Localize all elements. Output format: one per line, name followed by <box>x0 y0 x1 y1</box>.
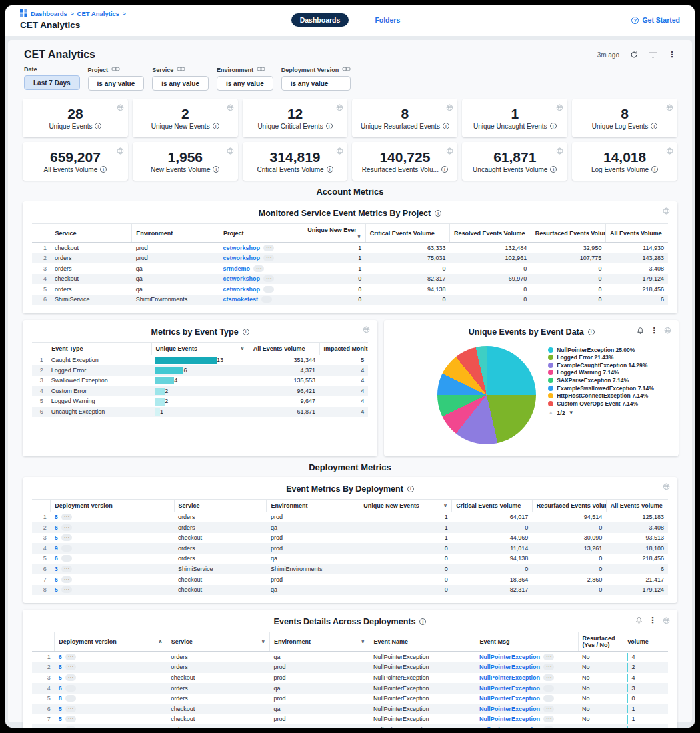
cell-link[interactable]: 5 <box>55 586 58 593</box>
globe-icon[interactable] <box>336 145 343 157</box>
page-down-icon[interactable]: ▼ <box>569 410 574 416</box>
more-dots-icon[interactable]: ⋯ <box>543 654 554 660</box>
cell-link[interactable]: 8 <box>59 695 62 702</box>
globe-icon[interactable] <box>664 327 671 334</box>
cell-link[interactable]: cetworkshop <box>223 255 261 261</box>
refresh-icon[interactable] <box>630 51 638 59</box>
more-dots-icon[interactable]: ⋯ <box>543 726 554 728</box>
filter-icon[interactable] <box>649 51 657 59</box>
cell-link[interactable]: 6 <box>59 654 62 660</box>
pie-chart[interactable] <box>437 346 536 444</box>
info-icon[interactable]: i <box>419 618 426 625</box>
info-icon[interactable]: i <box>213 123 219 129</box>
cell-link[interactable]: 3 <box>55 566 58 572</box>
cell-link[interactable]: srmdemo <box>223 265 251 272</box>
more-dots-icon[interactable]: ⋯ <box>543 706 554 712</box>
globe-icon[interactable] <box>446 145 453 157</box>
more-dots-icon[interactable]: ⋯ <box>65 664 76 670</box>
tab-folders[interactable]: Folders <box>366 13 409 27</box>
cell-link[interactable]: 9 <box>55 545 58 552</box>
info-icon[interactable]: i <box>327 166 333 173</box>
breadcrumb-link[interactable]: CET Analytics <box>77 10 120 17</box>
more-dots-icon[interactable]: ⋯ <box>543 674 554 681</box>
more-dots-icon[interactable]: ⋯ <box>543 716 554 722</box>
cell-link[interactable]: 5 <box>55 534 58 541</box>
filter-value-chip[interactable]: is any value <box>152 76 209 91</box>
cell-link[interactable]: cetworkshop <box>223 275 261 282</box>
info-icon[interactable]: i <box>243 329 249 335</box>
column-header-environment[interactable]: Environment∨ <box>270 632 369 652</box>
legend-item[interactable]: ExampleCaughtException 14.29% <box>548 362 667 369</box>
legend-item[interactable]: HttpHostConnectException 7.14% <box>548 392 667 400</box>
info-icon[interactable]: i <box>95 123 101 129</box>
cell-link[interactable]: NullPointerException <box>479 674 540 681</box>
cell-link[interactable]: NullPointerException <box>479 706 540 712</box>
more-dots-icon[interactable]: ⋯ <box>65 685 76 692</box>
column-header-deployment-version[interactable]: Deployment Version∧ <box>55 632 167 652</box>
info-icon[interactable]: i <box>435 210 441 217</box>
more-dots-icon[interactable]: ⋯ <box>65 716 76 722</box>
globe-icon[interactable] <box>556 145 563 157</box>
cell-link[interactable]: NullPointerException <box>479 685 540 692</box>
cell-link[interactable]: NullPointerException <box>479 654 540 660</box>
kebab-icon[interactable]: ⋮ <box>649 616 657 625</box>
cell-link[interactable]: 5 <box>59 716 62 722</box>
info-icon[interactable]: i <box>651 166 658 173</box>
more-dots-icon[interactable]: ⋯ <box>263 286 274 293</box>
more-dots-icon[interactable]: ⋯ <box>61 576 72 583</box>
cell-link[interactable]: 5 <box>59 674 62 681</box>
cell-link[interactable]: 5 <box>59 706 62 712</box>
info-icon[interactable]: i <box>550 166 557 173</box>
more-dots-icon[interactable]: ⋯ <box>65 695 76 702</box>
cell-link[interactable]: 6 <box>59 726 62 728</box>
globe-icon[interactable] <box>446 102 453 114</box>
cell-link[interactable]: ctsmoketest <box>223 296 259 303</box>
legend-item[interactable]: Logged Warning 7.14% <box>548 369 667 376</box>
column-header-unique-events[interactable]: Unique Events∨ <box>151 342 249 355</box>
bell-icon[interactable] <box>635 616 643 624</box>
cell-link[interactable]: 6 <box>55 555 58 562</box>
info-icon[interactable]: i <box>326 123 333 129</box>
globe-icon[interactable] <box>663 483 670 490</box>
globe-icon[interactable] <box>663 617 670 624</box>
cell-link[interactable]: 8 <box>55 514 58 520</box>
bell-icon[interactable] <box>637 327 644 335</box>
globe-icon[interactable] <box>227 102 234 114</box>
breadcrumb-link[interactable]: Dashboards <box>31 10 67 17</box>
legend-item[interactable]: NullPointerException 25.00% <box>548 347 667 354</box>
more-dots-icon[interactable]: ⋯ <box>543 685 554 692</box>
more-dots-icon[interactable]: ⋯ <box>61 555 72 562</box>
cell-link[interactable]: 6 <box>59 685 62 692</box>
cell-link[interactable]: NullPointerException <box>479 716 540 722</box>
more-dots-icon[interactable]: ⋯ <box>61 524 72 531</box>
cell-link[interactable]: cetworkshop <box>223 245 261 251</box>
more-dots-icon[interactable]: ⋯ <box>61 586 72 593</box>
legend-item[interactable]: SAXParseException 7.14% <box>548 377 667 384</box>
info-icon[interactable]: i <box>100 166 107 173</box>
globe-icon[interactable] <box>556 102 563 114</box>
globe-icon[interactable] <box>666 145 673 157</box>
column-header-service[interactable]: Service∨ <box>167 632 269 652</box>
kebab-icon[interactable]: ⋮ <box>650 326 658 335</box>
filter-value-chip[interactable]: is any value <box>217 76 273 91</box>
more-dots-icon[interactable]: ⋯ <box>65 674 76 681</box>
more-dots-icon[interactable]: ⋯ <box>65 654 76 660</box>
apps-grid-icon[interactable] <box>20 9 27 18</box>
column-header-unique-new-events[interactable]: Unique New Events∨ <box>359 499 452 512</box>
more-dots-icon[interactable]: ⋯ <box>543 664 554 670</box>
more-dots-icon[interactable]: ⋯ <box>65 726 76 728</box>
legend-item[interactable]: Logged Error 21.43% <box>548 354 667 361</box>
column-header-unique-new-ever[interactable]: Unique New Ever∨ <box>303 224 366 243</box>
globe-icon[interactable] <box>227 145 234 157</box>
page-up-icon[interactable]: ▲ <box>548 410 553 416</box>
more-dots-icon[interactable]: ⋯ <box>61 534 72 541</box>
info-icon[interactable]: i <box>441 166 448 173</box>
get-started-button[interactable]: ? Get Started <box>631 16 680 24</box>
filter-value-chip[interactable]: is any value <box>281 76 351 91</box>
tab-dashboards[interactable]: Dashboards <box>291 13 349 27</box>
info-icon[interactable]: i <box>651 123 657 129</box>
more-dots-icon[interactable]: ⋯ <box>65 706 76 712</box>
more-dots-icon[interactable]: ⋯ <box>543 695 554 702</box>
filter-value-chip[interactable]: Last 7 Days <box>24 75 80 90</box>
cell-link[interactable]: 6 <box>55 524 58 531</box>
